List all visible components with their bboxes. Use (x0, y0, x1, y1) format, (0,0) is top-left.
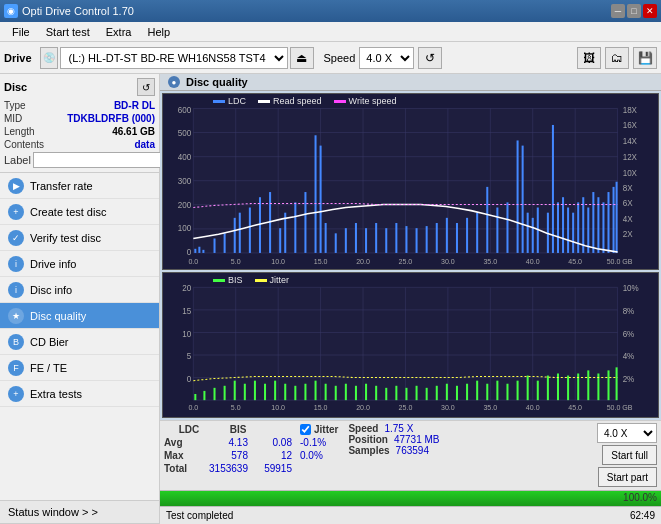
disc-length-label: Length (4, 126, 35, 137)
verify-test-disc-icon: ✓ (8, 230, 24, 246)
svg-rect-59 (294, 202, 296, 253)
disc-contents-label: Contents (4, 139, 44, 150)
content-area: ● Disc quality LDC Read speed (160, 74, 661, 524)
disc-title: Disc (4, 81, 27, 93)
jitter-header: Jitter (300, 423, 338, 436)
start-part-button[interactable]: Start part (598, 467, 657, 487)
disc-length-row: Length 46.61 GB (4, 126, 155, 137)
svg-text:45.0: 45.0 (568, 405, 582, 413)
nav-disc-quality[interactable]: ★ Disc quality (0, 303, 159, 329)
menu-start-test[interactable]: Start test (38, 24, 98, 40)
svg-rect-97 (597, 197, 599, 253)
svg-rect-174 (517, 381, 519, 400)
legend-ldc: LDC (213, 96, 246, 106)
svg-rect-152 (294, 386, 296, 400)
start-full-button[interactable]: Start full (602, 445, 657, 465)
svg-rect-81 (506, 202, 508, 253)
position-row: Position 47731 MB (348, 434, 439, 445)
svg-rect-66 (355, 223, 357, 253)
menu-extra[interactable]: Extra (98, 24, 140, 40)
svg-rect-148 (254, 381, 256, 400)
max-ldc-value: 578 (198, 450, 248, 461)
nav-drive-info[interactable]: i Drive info (0, 251, 159, 277)
nav-extra-tests[interactable]: + Extra tests (0, 381, 159, 407)
nav-create-test-disc[interactable]: + Create test disc (0, 199, 159, 225)
speed-select[interactable]: 4.0 X (359, 47, 414, 69)
legend-jitter: Jitter (255, 275, 290, 285)
maximize-button[interactable]: □ (627, 4, 641, 18)
svg-rect-99 (607, 192, 609, 253)
title-bar-controls: ─ □ ✕ (611, 4, 657, 18)
status-window-button[interactable]: Status window > > (0, 500, 159, 524)
chart2: BIS Jitter (162, 272, 659, 418)
drive-icon: 💿 (40, 47, 58, 69)
svg-rect-68 (375, 223, 377, 253)
legend-ldc-label: LDC (228, 96, 246, 106)
svg-text:35.0: 35.0 (483, 258, 497, 266)
disc-info-icon: i (8, 282, 24, 298)
max-jitter-value: 0.0% (300, 449, 338, 462)
menu-help[interactable]: Help (139, 24, 178, 40)
eject-button[interactable]: ⏏ (290, 47, 314, 69)
close-button[interactable]: ✕ (643, 4, 657, 18)
refresh-button[interactable]: ↺ (418, 47, 442, 69)
svg-rect-89 (557, 202, 559, 253)
disc-type-row: Type BD-R DL (4, 100, 155, 111)
nav-disc-info[interactable]: i Disc info (0, 277, 159, 303)
legend-read-color (258, 100, 270, 103)
svg-text:40.0: 40.0 (526, 405, 540, 413)
save-button[interactable]: 💾 (633, 47, 657, 69)
tool-btn-2[interactable]: 🗂 (605, 47, 629, 69)
disc-header: Disc ↺ (4, 78, 155, 96)
svg-rect-53 (239, 213, 241, 253)
svg-text:500: 500 (178, 129, 192, 138)
nav-verify-test-disc[interactable]: ✓ Verify test disc (0, 225, 159, 251)
nav-transfer-rate[interactable]: ▶ Transfer rate (0, 173, 159, 199)
svg-text:25.0: 25.0 (399, 405, 413, 413)
svg-text:16X: 16X (623, 121, 638, 130)
svg-text:20: 20 (182, 285, 191, 294)
svg-rect-184 (616, 368, 618, 401)
svg-rect-101 (616, 182, 618, 253)
disc-contents-row: Contents data (4, 139, 155, 150)
disc-label-input[interactable] (33, 152, 166, 168)
stats-speed-select[interactable]: 4.0 X (597, 423, 657, 443)
main-layout: Disc ↺ Type BD-R DL MID TDKBLDRFB (000) … (0, 74, 661, 524)
total-label: Total (164, 463, 194, 474)
svg-rect-91 (567, 208, 569, 253)
svg-rect-64 (335, 233, 337, 253)
svg-text:0.0: 0.0 (188, 258, 198, 266)
disc-contents-value: data (134, 139, 155, 150)
chart-title: Disc quality (186, 76, 248, 88)
drive-select[interactable]: (L:) HL-DT-ST BD-RE WH16NS58 TST4 (60, 47, 288, 69)
legend-write-speed: Write speed (334, 96, 397, 106)
position-value: 47731 MB (394, 434, 440, 445)
jitter-checkbox[interactable] (300, 424, 311, 435)
svg-text:0.0: 0.0 (188, 405, 198, 413)
avg-row: Avg 4.13 0.08 (164, 436, 292, 449)
svg-text:12X: 12X (623, 153, 638, 162)
svg-rect-60 (304, 192, 306, 253)
legend-read-label: Read speed (273, 96, 322, 106)
svg-rect-48 (198, 247, 200, 253)
nav-drive-info-label: Drive info (30, 258, 76, 270)
svg-rect-151 (284, 384, 286, 400)
speed-row: Speed 1.75 X (348, 423, 439, 434)
minimize-button[interactable]: ─ (611, 4, 625, 18)
max-bis-value: 12 (252, 450, 292, 461)
svg-rect-173 (506, 384, 508, 400)
disc-refresh-button[interactable]: ↺ (137, 78, 155, 96)
drive-info-icon: i (8, 256, 24, 272)
svg-rect-170 (476, 381, 478, 400)
svg-rect-181 (587, 371, 589, 401)
svg-rect-82 (517, 140, 519, 252)
tool-btn-1[interactable]: 🖼 (577, 47, 601, 69)
nav-fe-te[interactable]: F FE / TE (0, 355, 159, 381)
svg-text:5.0: 5.0 (231, 258, 241, 266)
disc-type-label: Type (4, 100, 26, 111)
svg-rect-70 (395, 223, 397, 253)
stats-ldc-bis: LDC BIS Avg 4.13 0.08 Max 578 12 Total 3… (164, 423, 292, 475)
svg-rect-156 (335, 386, 337, 400)
menu-file[interactable]: File (4, 24, 38, 40)
nav-cd-bier[interactable]: B CD Bier (0, 329, 159, 355)
